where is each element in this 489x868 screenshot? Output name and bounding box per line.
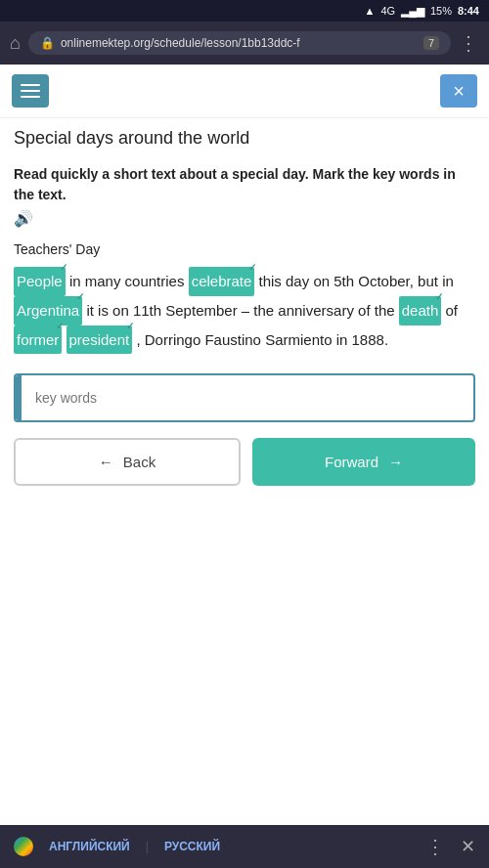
highlight-former[interactable]: former [14,326,62,355]
forward-button[interactable]: Forward → [252,438,475,486]
home-icon[interactable]: ⌂ [10,33,21,54]
nav-buttons: ← Back Forward → [14,438,475,486]
highlight-argentina[interactable]: Argentina [14,296,82,326]
signal-icon: ▲ [365,5,376,17]
browser-bar: ⌂ 🔒 onlinemektep.org/schedule/lesson/1bb… [0,22,489,65]
highlight-people[interactable]: People [14,267,66,296]
page-title: Special days around the world [14,128,475,149]
page-content: × Special days around the world Read qui… [0,65,489,825]
lang-english-button[interactable]: АНГЛИЙСКИЙ [49,840,130,853]
back-arrow-icon: ← [99,454,113,470]
bottom-close-icon[interactable]: ✕ [461,836,475,857]
text-segment-3: it is on 11th September – the anniversar… [86,302,398,319]
text-segment-4: of [445,302,458,319]
status-bar: ▲ 4G ▂▄▆ 15% 8:44 [0,0,489,22]
lock-icon: 🔒 [40,36,55,50]
text-segment-6: , Dorringo Faustino Sarmiento in 1888. [136,331,388,348]
speaker-icon[interactable]: 🔊 [14,209,33,228]
menu-line [21,90,40,92]
back-button[interactable]: ← Back [14,438,241,486]
forward-label: Forward [325,454,378,470]
lesson-label: Teachers' Day [14,241,475,257]
url-text: onlinemektep.org/schedule/lesson/1bb13dd… [61,36,418,50]
url-box[interactable]: 🔒 onlinemektep.org/schedule/lesson/1bb13… [28,31,451,55]
menu-line [21,84,40,86]
highlight-president[interactable]: president [67,326,133,355]
text-segment-1: in many countries [69,273,189,289]
main-content: Special days around the world Read quick… [0,118,489,505]
lang-russian-button[interactable]: РУССКИЙ [164,840,220,853]
forward-arrow-icon: → [388,454,403,470]
bottom-bar: АНГЛИЙСКИЙ | РУССКИЙ ⋮ ✕ [0,825,489,868]
text-segment-2: this day on 5th October, but in [259,273,454,289]
close-button[interactable]: × [440,74,477,108]
google-icon [14,837,33,856]
reading-text: People in many countries celebrate this … [14,267,475,354]
highlight-death[interactable]: death [399,296,442,326]
tab-count[interactable]: 7 [423,36,439,50]
battery-bars: ▂▄▆ [401,5,424,18]
instruction-text: Read quickly a short text about a specia… [14,164,475,205]
key-words-container [14,373,475,422]
menu-button[interactable] [12,74,49,108]
time-display: 8:44 [458,5,479,17]
lang-divider: | [146,840,149,853]
key-words-input[interactable] [22,380,473,415]
menu-line [21,96,40,98]
signal-text: 4G [380,5,395,17]
browser-more-icon[interactable]: ⋮ [459,31,479,55]
instruction-block: Read quickly a short text about a specia… [14,164,475,228]
bottom-more-icon[interactable]: ⋮ [425,835,445,858]
back-label: Back [123,454,156,470]
instruction-row: 🔊 [14,209,475,228]
battery-level: 15% [430,5,452,17]
highlight-celebrate[interactable]: celebrate [189,267,255,296]
top-toolbar: × [0,65,489,118]
